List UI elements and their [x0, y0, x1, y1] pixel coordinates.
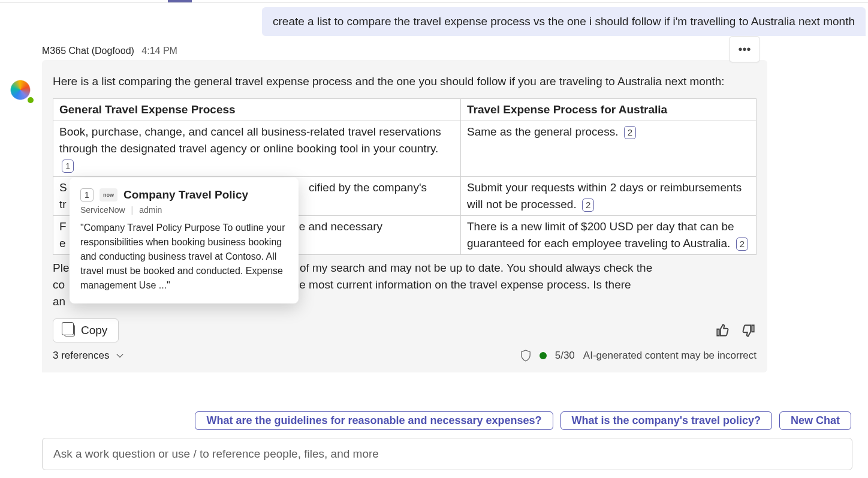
citation-chip-2[interactable]: 2	[624, 126, 636, 139]
user-message-text: create a list to compare the travel expe…	[273, 15, 855, 28]
citation-title[interactable]: Company Travel Policy	[123, 188, 248, 202]
table-row: Book, purchase, change, and cancel all b…	[53, 121, 757, 177]
response-intro: Here is a list comparing the general tra…	[53, 73, 757, 90]
more-icon: •••	[738, 43, 751, 56]
ai-safety-count: 5/30	[555, 350, 575, 362]
message-time: 4:14 PM	[141, 46, 177, 56]
shield-icon	[520, 350, 531, 362]
copy-button[interactable]: Copy	[53, 318, 119, 342]
citation-subtitle: ServiceNow | admin	[80, 205, 288, 215]
citation-chip-1[interactable]: 1	[62, 160, 74, 173]
suggestion-row: What are the guidelines for reasonable a…	[195, 411, 851, 430]
message-input-bar[interactable]	[42, 438, 852, 470]
user-message-bubble: create a list to compare the travel expe…	[262, 7, 866, 36]
copy-label: Copy	[81, 324, 107, 337]
suggestion-guidelines[interactable]: What are the guidelines for reasonable a…	[195, 411, 553, 430]
thumbs-up-button[interactable]	[715, 323, 730, 338]
suggestion-new-chat[interactable]: New Chat	[779, 411, 851, 430]
suggestion-travel-policy[interactable]: What is the company's travel policy?	[560, 411, 772, 430]
presence-indicator	[26, 96, 35, 104]
copy-icon	[64, 324, 75, 336]
references-label: 3 references	[53, 350, 110, 362]
servicenow-badge-icon: now	[100, 188, 117, 202]
thumbs-up-icon	[715, 323, 730, 338]
references-toggle[interactable]: 3 references	[53, 350, 124, 362]
citation-snippet: "Company Travel Policy Purpose To outlin…	[80, 221, 288, 293]
bot-name: M365 Chat (Dogfood)	[42, 46, 134, 56]
ai-disclaimer: AI-generated content may be incorrect	[583, 350, 757, 362]
chevron-down-icon	[116, 351, 124, 360]
citation-popover: 1 now Company Travel Policy ServiceNow |…	[70, 178, 299, 303]
thumbs-down-icon	[741, 323, 757, 338]
message-input[interactable]	[53, 447, 841, 461]
table-header-australia: Travel Expense Process for Australia	[461, 99, 757, 121]
table-header-general: General Travel Expense Process	[53, 99, 461, 121]
citation-index-chip: 1	[80, 188, 94, 202]
status-dot-icon	[540, 352, 547, 359]
message-header: M365 Chat (Dogfood) 4:14 PM	[42, 46, 767, 56]
thumbs-down-button[interactable]	[741, 323, 757, 338]
citation-chip-2[interactable]: 2	[582, 199, 594, 212]
citation-chip-2[interactable]: 2	[736, 238, 748, 251]
more-actions-button[interactable]: •••	[729, 36, 760, 62]
